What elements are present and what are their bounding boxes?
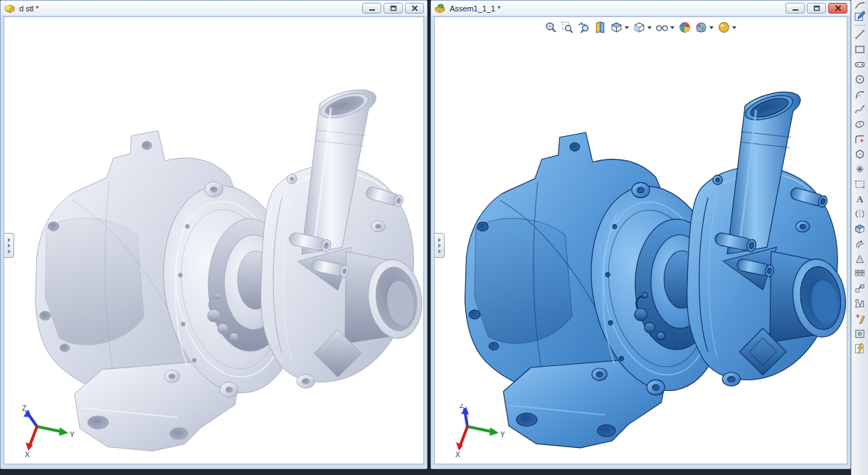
view-orientation-icon <box>610 21 623 34</box>
arc-button[interactable] <box>852 87 867 102</box>
fillet-button[interactable] <box>852 132 867 147</box>
orientation-triad: ZYX <box>18 404 81 458</box>
window-controls <box>785 3 847 14</box>
spline-button[interactable] <box>852 102 867 117</box>
heads-up-view-toolbar <box>543 20 739 35</box>
apply-scene-button[interactable] <box>693 20 716 35</box>
dimension-arc-button[interactable] <box>852 0 867 9</box>
close-button[interactable] <box>828 3 847 14</box>
slot-button[interactable] <box>852 57 867 72</box>
window-title: Assem1_1_1 * <box>450 4 782 13</box>
text-button[interactable]: A <box>852 192 867 207</box>
sketch-toolbar: A <box>851 0 868 475</box>
minimize-button[interactable] <box>785 3 805 14</box>
restore-button[interactable] <box>383 3 403 14</box>
svg-text:Y: Y <box>70 431 75 439</box>
view-settings-button[interactable] <box>716 20 739 35</box>
ellipse-button[interactable] <box>852 117 867 132</box>
mirror-icon <box>854 208 866 220</box>
hide-show-items-button[interactable] <box>654 20 677 35</box>
view-settings-icon <box>717 21 731 34</box>
line-button[interactable] <box>852 27 867 42</box>
move-entities-button[interactable] <box>852 281 867 296</box>
construction-rect-icon <box>854 178 866 190</box>
box-button[interactable] <box>852 221 867 236</box>
svg-text:X: X <box>455 451 460 458</box>
linear-pattern-button[interactable] <box>852 266 867 281</box>
svg-text:X: X <box>25 451 30 458</box>
rectangle-icon <box>854 43 866 56</box>
dropdown-arrow-icon[interactable] <box>670 26 674 29</box>
svg-text:Z: Z <box>460 404 464 409</box>
section-view-button[interactable] <box>592 20 608 35</box>
rectangle-button[interactable] <box>852 42 867 57</box>
feature-tree-flyout-tab[interactable] <box>4 233 14 258</box>
circle-icon <box>854 73 866 85</box>
window-controls <box>362 3 424 14</box>
window-assem1-1-1: Assem1_1_1 * ZYX <box>430 0 851 469</box>
stl-mesh-turbocharger-model <box>4 17 423 464</box>
lightning-button[interactable] <box>852 341 867 356</box>
viewport-stl-mesh[interactable]: ZYX <box>4 16 424 464</box>
plus-pencil-button[interactable] <box>852 311 867 326</box>
construction-rect-button[interactable] <box>852 177 867 192</box>
dropdown-arrow-icon[interactable] <box>709 26 714 29</box>
polygon-icon <box>854 148 866 160</box>
point-button[interactable] <box>852 162 867 177</box>
move-entities-icon <box>854 283 866 295</box>
ellipse-icon <box>854 118 866 130</box>
part-document-icon <box>4 3 16 14</box>
slot-icon <box>854 58 866 71</box>
circle-button[interactable] <box>852 72 867 87</box>
edit-appearance-button[interactable] <box>677 20 693 35</box>
sketch-icon <box>854 10 866 22</box>
flask-button[interactable] <box>852 296 867 311</box>
apply-scene-icon <box>694 21 708 34</box>
dimension-arc-icon <box>854 0 866 9</box>
fillet-icon <box>854 133 866 145</box>
sketch-button[interactable] <box>852 9 867 24</box>
zoom-to-fit-icon <box>544 21 558 34</box>
zoom-to-area-button[interactable] <box>559 20 576 35</box>
dropdown-arrow-icon[interactable] <box>625 26 629 29</box>
minimize-button[interactable] <box>362 3 381 14</box>
zoom-to-area-icon <box>561 21 574 34</box>
cad-assembly-turbocharger-model <box>435 17 847 464</box>
display-style-button[interactable] <box>631 20 654 35</box>
box-icon <box>854 223 866 235</box>
titlebar-d-stl[interactable]: d stl * <box>1 1 427 16</box>
spline-icon <box>854 103 866 115</box>
trim-entities-button[interactable] <box>852 251 867 266</box>
mirror-button[interactable] <box>852 207 867 221</box>
edit-appearance-icon <box>678 21 692 34</box>
close-button[interactable] <box>405 3 424 14</box>
solidworks-workspace: { "windows": { "left": { "title": "d stl… <box>0 0 868 475</box>
window-title: d stl * <box>19 4 359 13</box>
linear-pattern-icon <box>854 268 866 280</box>
previous-view-icon <box>577 21 591 34</box>
feature-tree-flyout-tab[interactable] <box>435 233 445 258</box>
orientation-triad: ZYX <box>449 404 512 458</box>
offset-entities-button[interactable] <box>852 236 867 251</box>
point-icon <box>854 163 866 175</box>
polygon-button[interactable] <box>852 147 867 162</box>
titlebar-assem1-1-1[interactable]: Assem1_1_1 * <box>431 1 850 16</box>
window-d-stl: d stl * ZYX <box>0 0 428 469</box>
text-icon: A <box>854 193 866 205</box>
plus-pencil-icon <box>854 313 866 325</box>
arc-icon <box>854 88 866 100</box>
lightning-icon <box>854 343 866 355</box>
zoom-to-fit-button[interactable] <box>543 20 559 35</box>
flask-icon <box>854 298 866 310</box>
dropdown-arrow-icon[interactable] <box>647 26 652 29</box>
view-orientation-button[interactable] <box>608 20 631 35</box>
viewport-cad-assembly[interactable]: ZYX <box>434 16 847 464</box>
display-style-icon <box>633 21 646 34</box>
previous-view-button[interactable] <box>576 20 592 35</box>
centerpoint-rect-button[interactable] <box>852 326 867 341</box>
dropdown-arrow-icon[interactable] <box>732 26 736 29</box>
toolbar-separator <box>854 25 866 26</box>
restore-button[interactable] <box>807 3 826 14</box>
svg-text:Y: Y <box>500 431 505 439</box>
trim-entities-icon <box>854 253 866 265</box>
